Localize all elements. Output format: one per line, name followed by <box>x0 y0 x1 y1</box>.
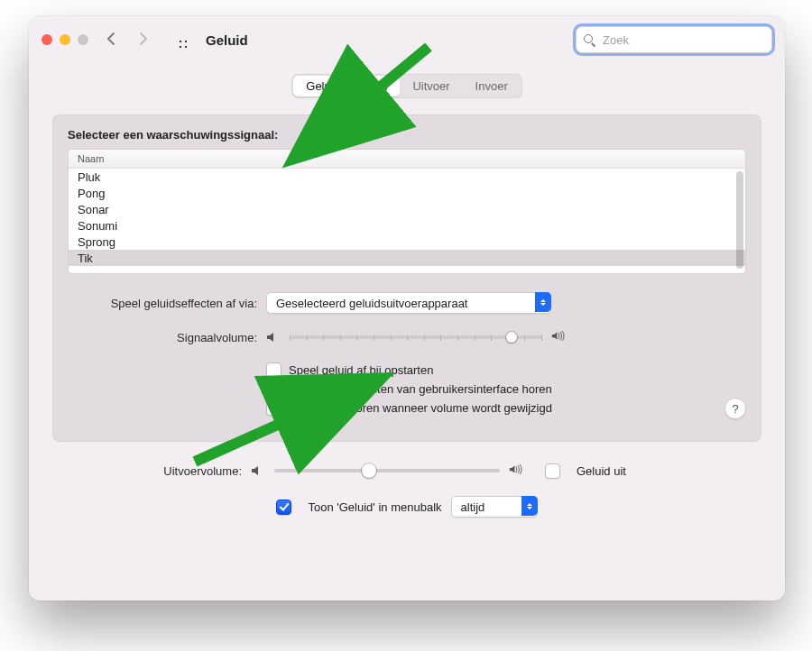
tab-sound-effects[interactable]: Geluidseffecten <box>293 76 400 96</box>
ui-sounds-label: Laat geluidseffecten van gebruikersinter… <box>289 382 552 396</box>
speaker-high-icon <box>509 464 523 477</box>
forward-button[interactable] <box>134 30 153 50</box>
output-volume-label: Uitvoervolume: <box>52 464 251 478</box>
tab-bar: Geluidseffecten Uitvoer Invoer <box>29 74 785 98</box>
tab-output[interactable]: Uitvoer <box>400 76 462 96</box>
table-row[interactable]: Pluk <box>69 169 745 185</box>
output-volume-slider[interactable] <box>274 469 500 472</box>
options-row: Speel geluid af bij opstarten Laat gelui… <box>68 359 746 419</box>
speaker-high-icon <box>551 331 566 344</box>
tab-input[interactable]: Invoer <box>463 76 521 96</box>
table-row[interactable]: Sonumi <box>69 217 745 234</box>
table-row[interactable]: Sonar <box>69 201 745 217</box>
speaker-low-icon <box>251 464 265 477</box>
search-icon <box>584 34 595 46</box>
menubar-when-select[interactable]: altijd <box>451 496 538 518</box>
alert-sound-heading: Selecteer een waarschuwingssignaal: <box>68 128 746 142</box>
mute-label: Geluid uit <box>577 464 626 478</box>
startup-sound-row: Speel geluid af bij opstarten <box>266 362 746 378</box>
sound-effects-panel: Selecteer een waarschuwingssignaal: Naam… <box>52 115 761 442</box>
pane-title: Geluid <box>206 32 248 48</box>
table-row[interactable]: Tik <box>69 250 745 266</box>
menubar-when-value: altijd <box>461 500 485 514</box>
chevron-updown-icon <box>521 496 538 516</box>
output-volume-section: Uitvoervolume: Geluid uit Toon 'Geluid' … <box>52 458 761 518</box>
chevron-updown-icon <box>535 292 551 312</box>
back-button[interactable] <box>101 30 121 50</box>
startup-sound-label: Speel geluid af bij opstarten <box>289 363 433 377</box>
help-button[interactable]: ? <box>724 398 746 419</box>
volume-feedback-label: Laat geluid horen wanneer volume wordt g… <box>289 401 552 415</box>
output-device-select[interactable]: Geselecteerd geluidsuitvoerapparaat <box>266 292 551 314</box>
minimize-window-button[interactable] <box>60 34 70 45</box>
alert-volume-row: Signaalvolume: <box>68 325 746 350</box>
output-volume-row: Uitvoervolume: Geluid uit <box>52 458 761 483</box>
ui-sounds-checkbox[interactable] <box>266 381 281 397</box>
alert-sound-table: Naam Pluk Pong Sonar Sonumi Sprong Tik <box>68 149 746 274</box>
show-in-menubar-label: Toon 'Geluid' in menubalk <box>308 500 441 514</box>
table-header: Naam <box>69 150 745 169</box>
alert-volume-label: Signaalvolume: <box>68 331 266 344</box>
play-effects-through-label: Speel geluidseffecten af via: <box>68 297 266 310</box>
zoom-window-button <box>78 34 88 45</box>
volume-feedback-checkbox[interactable] <box>266 400 281 416</box>
speaker-low-icon <box>266 331 281 344</box>
volume-feedback-row: Laat geluid horen wanneer volume wordt g… <box>266 400 746 416</box>
tab-segmented-control: Geluidseffecten Uitvoer Invoer <box>291 74 521 98</box>
menubar-row: Toon 'Geluid' in menubalk altijd <box>52 496 761 518</box>
table-row[interactable]: Pong <box>69 185 745 201</box>
alert-sound-list[interactable]: Pluk Pong Sonar Sonumi Sprong Tik <box>69 169 745 273</box>
table-scrollbar[interactable] <box>736 171 743 269</box>
window-controls <box>42 34 88 45</box>
sound-preferences-window: Geluid Geluidseffecten Uitvoer Invoer Se… <box>29 16 785 601</box>
alert-volume-slider[interactable] <box>290 335 542 339</box>
play-effects-through-row: Speel geluidseffecten af via: Geselectee… <box>68 290 746 316</box>
startup-sound-checkbox[interactable] <box>266 362 281 378</box>
mute-checkbox[interactable] <box>545 463 560 479</box>
toolbar: Geluid <box>29 16 785 63</box>
search-input[interactable] <box>601 32 764 48</box>
close-window-button[interactable] <box>42 34 52 45</box>
output-device-value: Geselecteerd geluidsuitvoerapparaat <box>276 297 467 310</box>
table-row[interactable]: Sprong <box>69 234 745 250</box>
show-in-menubar-checkbox[interactable] <box>276 500 291 515</box>
column-header-name[interactable]: Naam <box>78 153 104 164</box>
output-volume-slider-group: Geluid uit <box>251 463 626 479</box>
alert-volume-slider-group <box>266 331 566 344</box>
show-all-prefs-icon[interactable] <box>171 32 188 48</box>
search-field[interactable] <box>576 26 772 53</box>
ui-sounds-row: Laat geluidseffecten van gebruikersinter… <box>266 381 746 397</box>
